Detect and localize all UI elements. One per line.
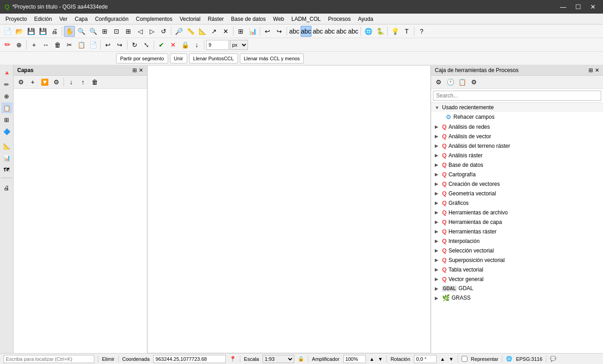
layers-expand-button[interactable]: ↓ [66, 77, 77, 87]
tree-item-analisis-vector[interactable]: ▶ Q Análisis de vector [431, 131, 603, 141]
epsg-label[interactable]: EPSG:3116 [516, 356, 542, 362]
representar-checkbox[interactable] [462, 356, 467, 362]
layers-collapse-button[interactable]: ↑ [78, 77, 88, 87]
cross-button[interactable]: ✕ [168, 39, 179, 50]
menu-web[interactable]: Web [269, 15, 287, 23]
node-tool-button[interactable]: ⊕ [14, 39, 24, 50]
undo-button[interactable]: ↩ [262, 26, 273, 37]
tree-item-recently-used[interactable]: ▼ Usado recientemente [431, 103, 603, 112]
unir-button[interactable]: Unir [170, 53, 187, 63]
tree-item-base-datos[interactable]: ▶ Q Base de datos [431, 160, 603, 170]
proc-results-button[interactable]: 📋 [457, 77, 467, 87]
rotacion-input[interactable] [414, 355, 437, 363]
lock-button[interactable]: 🔒 [180, 39, 190, 50]
layers-maximize-button[interactable]: ⊞ [132, 67, 137, 73]
layers-close-button[interactable]: ✕ [139, 67, 143, 73]
rotate-button[interactable]: ↻ [129, 39, 140, 50]
menu-ver[interactable]: Ver [56, 15, 71, 23]
menu-ladm[interactable]: LADM_COL [288, 15, 325, 23]
proc-maximize-button[interactable]: ⊞ [588, 67, 593, 73]
left-icon-10[interactable]: 🖨 [1, 182, 12, 193]
label2-button[interactable]: abc [301, 26, 311, 37]
label3-button[interactable]: abc [312, 26, 323, 37]
unit-select[interactable]: px m [230, 40, 248, 50]
attribute-table-button[interactable]: ⊞ [235, 26, 246, 37]
localize-input[interactable] [4, 355, 94, 363]
left-icon-4[interactable]: 📋 [1, 102, 12, 113]
layers-settings-button[interactable]: ⚙ [15, 77, 26, 87]
refresh-button[interactable]: ↺ [158, 26, 169, 37]
left-icon-7[interactable]: 📐 [1, 141, 12, 151]
messages-icon[interactable]: 💬 [550, 356, 556, 362]
text-button[interactable]: T [401, 26, 412, 37]
tree-item-analisis-terreno[interactable]: ▶ Q Análisis del terreno ráster [431, 141, 603, 150]
left-icon-1[interactable]: 🔺 [1, 67, 12, 78]
amp-up-icon[interactable]: ▲ [370, 356, 374, 362]
left-icon-9[interactable]: 🗺 [1, 164, 12, 175]
menu-configuracion[interactable]: Configuración [91, 15, 132, 23]
proc-close-button[interactable]: ✕ [595, 67, 599, 73]
llenar-puntos-button[interactable]: Llenar PuntosCCL [189, 53, 238, 63]
tree-item-vector-general[interactable]: ▶ Q Vector general [431, 274, 603, 284]
menu-edicion[interactable]: Edición [30, 15, 55, 23]
tree-item-tabla[interactable]: ▶ Q Tabla vectorial [431, 265, 603, 274]
zoom-selection-button[interactable]: ⊡ [111, 26, 122, 37]
menu-procesos[interactable]: Procesos [324, 15, 354, 23]
menu-base-datos[interactable]: Base de datos [228, 15, 270, 23]
px-value-input[interactable] [206, 40, 229, 50]
proc-settings-button[interactable]: ⚙ [433, 77, 444, 87]
save-project-button[interactable]: 💾 [25, 26, 36, 37]
zoom-out-button[interactable]: 🔍 [88, 26, 98, 37]
left-icon-6[interactable]: 🔷 [1, 126, 12, 137]
select-button[interactable]: ↗ [209, 26, 219, 37]
layers-filter-button[interactable]: 🔽 [39, 77, 50, 87]
rot-up-icon[interactable]: ▲ [440, 356, 445, 362]
menu-vectorial[interactable]: Vectorial [176, 15, 204, 23]
zoom-layer-button[interactable]: ⊞ [123, 26, 134, 37]
menu-complementos[interactable]: Complementos [132, 15, 176, 23]
tree-item-cartografia[interactable]: ▶ Q Cartografía [431, 170, 603, 179]
statistics-button[interactable]: 📊 [247, 26, 258, 37]
proc-options-button[interactable]: ⚙ [468, 77, 479, 87]
tree-item-seleccion[interactable]: ▶ Q Selección vectorial [431, 246, 603, 255]
layers-manage-button[interactable]: ⚙ [51, 77, 62, 87]
menu-proyecto[interactable]: Proyecto [2, 15, 30, 23]
digitize-icon[interactable]: ✏ [2, 39, 13, 50]
delete-feature-button[interactable]: 🗑 [52, 39, 63, 50]
tree-item-herr-archivo[interactable]: ▶ Q Herramientas de archivo [431, 208, 603, 217]
print-button[interactable]: 🖨 [49, 26, 60, 37]
tree-item-herr-raster[interactable]: ▶ Q Herramientas ráster [431, 227, 603, 236]
close-button[interactable]: ✕ [588, 2, 598, 11]
amp-down-icon[interactable]: ▼ [378, 356, 383, 362]
coordenada-input[interactable] [153, 355, 226, 363]
tree-item-superposicion[interactable]: ▶ Q Superposición vectorial [431, 255, 603, 265]
left-icon-8[interactable]: 📊 [1, 152, 12, 163]
tree-item-creacion-vectores[interactable]: ▶ Q Creación de vectores [431, 179, 603, 189]
save-as-button[interactable]: 💾 [37, 26, 48, 37]
left-icon-3[interactable]: ⊕ [1, 91, 12, 102]
paste-feature-button[interactable]: 📄 [88, 39, 98, 50]
label5-button[interactable]: abc [336, 26, 347, 37]
redo-edit-button[interactable]: ↪ [114, 39, 125, 50]
proc-search-input[interactable] [433, 91, 601, 101]
undo-edit-button[interactable]: ↩ [102, 39, 113, 50]
label4-button[interactable]: abc [324, 26, 335, 37]
tips-button[interactable]: 💡 [389, 26, 400, 37]
tree-item-gdal[interactable]: ▶ GDAL GDAL [431, 284, 603, 293]
left-icon-2[interactable]: ✏ [1, 79, 12, 90]
zoom-next-button[interactable]: ▷ [146, 26, 157, 37]
minimize-button[interactable]: — [557, 2, 569, 11]
layers-remove-button[interactable]: 🗑 [89, 77, 100, 87]
label-button[interactable]: abc [289, 26, 300, 37]
cut-feature-button[interactable]: ✂ [64, 39, 75, 50]
identify-button[interactable]: 🔎 [173, 26, 184, 37]
zoom-full-button[interactable]: ⊞ [99, 26, 110, 37]
escala-select[interactable]: 1:93 [263, 355, 294, 363]
menu-capa[interactable]: Capa [71, 15, 92, 23]
new-project-button[interactable]: 📄 [2, 26, 13, 37]
help-button[interactable]: ? [416, 26, 427, 37]
llenar-mas-button[interactable]: Llenar más CCL y menos [240, 53, 304, 63]
zoom-in-button[interactable]: 🔍 [76, 26, 87, 37]
window-controls[interactable]: — ☐ ✕ [557, 2, 598, 11]
tree-item-analisis-raster[interactable]: ▶ Q Análisis ráster [431, 150, 603, 160]
